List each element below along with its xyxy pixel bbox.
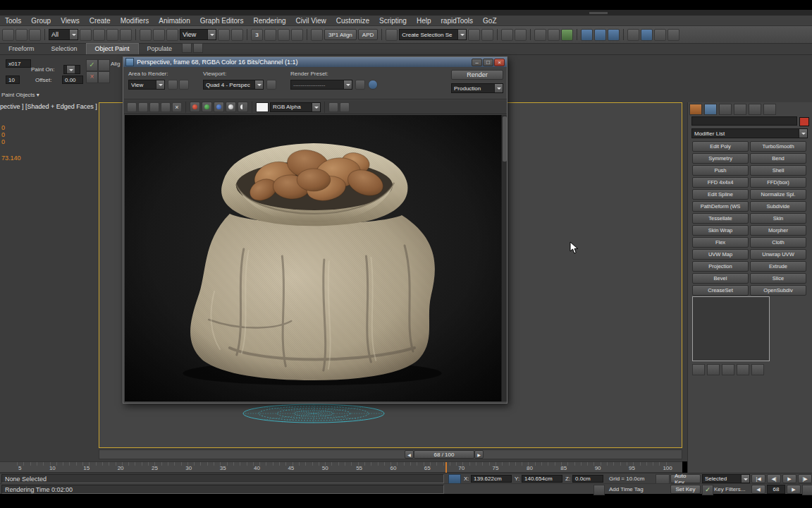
configure-modifier-icon[interactable] [751,364,764,375]
menu-item[interactable]: Help [412,16,436,26]
modifier-button[interactable]: Symmetry [692,153,749,164]
modifier-button[interactable]: Unwrap UVW [750,249,806,260]
modifier-button[interactable]: Edit Spline [692,189,749,200]
modifier-list-dropdown[interactable]: Modifier List [691,128,808,138]
minimize-icon[interactable]: – [472,59,482,66]
scissors-icon[interactable] [386,29,398,41]
close-icon[interactable]: × [494,59,505,66]
menu-item[interactable]: rapidTools [436,16,478,26]
unlink-icon[interactable] [16,29,27,41]
time-slider-handle[interactable]: 68 / 100 [414,450,474,459]
modifier-button[interactable]: Flex [692,237,749,248]
next-key-button[interactable]: ▶ [787,485,801,494]
modifier-button[interactable]: Extrude [750,261,806,272]
alpha-channel-icon[interactable] [226,102,236,112]
modifier-button[interactable]: Shell [750,165,806,176]
apd-button[interactable]: APD [358,29,378,40]
channel-display-dropdown[interactable]: RGB Alpha [270,102,321,112]
rendered-frame-window-icon[interactable] [594,29,606,41]
time-tag-icon[interactable] [593,485,605,495]
menu-item[interactable]: Views [56,16,85,26]
select-by-name-icon[interactable] [93,29,105,41]
track-bar[interactable]: 5 10 15 20 25 30 35 40 45 50 55 60 65 70… [0,461,682,473]
copy-image-icon[interactable] [138,102,148,112]
tab-create-icon[interactable] [689,104,702,115]
modifier-button[interactable]: FFD(box) [750,177,806,188]
object-color-swatch[interactable] [799,117,809,126]
image-scrollbar[interactable] [501,115,507,401]
more-tools-icon[interactable] [654,29,666,41]
window-minimize-icon[interactable] [589,12,608,14]
add-time-tag-label[interactable]: Add Time Tag [609,486,644,492]
modifier-button[interactable]: Bend [750,153,806,164]
layer-manager-icon[interactable] [501,29,513,41]
tab-selection[interactable]: Selection [43,44,86,54]
modifier-button[interactable]: UVW Map [692,249,749,260]
region-select-icon[interactable] [106,29,118,41]
time-configuration-icon[interactable] [802,485,812,495]
modifier-button[interactable]: Skin Wrap [692,225,749,236]
layers-display-icon[interactable] [328,102,338,112]
next-frame-button[interactable]: |▶ [798,474,812,483]
render-window-titlebar[interactable]: Perspective, frame 68, RGBA Color 16 Bit… [123,57,507,67]
material-editor-icon[interactable] [561,29,573,41]
render-setup-small-icon[interactable] [355,80,365,90]
environment-icon[interactable] [368,80,378,90]
tab-object-paint[interactable]: Object Paint [86,43,139,54]
menu-item[interactable]: Scripting [374,16,412,26]
key-filters-label[interactable]: Key Filters... [714,486,745,492]
tab-utilities-icon[interactable] [763,104,776,115]
ribbon-minimize-icon[interactable] [182,43,192,53]
modifier-button[interactable]: Slice [750,273,806,284]
ribbon-config-icon[interactable] [193,43,203,53]
print-image-icon[interactable] [161,102,171,112]
time-slider-track[interactable]: ◀ 68 / 100 ▶ [99,449,682,459]
mirror-icon[interactable] [468,29,480,41]
rotate-icon[interactable] [153,29,165,41]
modifier-button[interactable]: Edit Poly [692,141,749,152]
tab-motion-icon[interactable] [734,104,746,115]
menu-item[interactable]: Tools [0,16,26,26]
menu-item[interactable]: Customize [331,16,374,26]
use-pivot-icon[interactable] [218,29,230,41]
selection-filter-dropdown[interactable]: All [49,29,78,40]
area-to-render-dropdown[interactable]: View [128,80,165,90]
align-icon[interactable] [481,29,493,41]
z-coordinate-field[interactable]: 0.0cm [572,475,603,483]
scale-icon[interactable] [166,29,178,41]
modifier-button[interactable]: PathDeform (WS [692,201,749,212]
align-3p1-button[interactable]: 3P1 Align [324,29,357,40]
isolate-selection-icon[interactable] [627,29,639,41]
window-crossing-icon[interactable] [120,29,132,41]
tab-display-icon[interactable] [749,104,761,115]
angle-snap-icon[interactable] [264,29,276,41]
scrollbar-thumb[interactable] [503,116,507,162]
bind-spacewarp-icon[interactable] [29,29,41,41]
modifier-button[interactable]: Push [692,165,749,176]
paint-objects-rollout[interactable]: Paint Objects ▾ [1,92,39,98]
key-mode-dropdown[interactable]: Selected [702,474,750,483]
menu-item[interactable]: Graph Editors [195,16,249,26]
color-swatch[interactable] [256,102,269,112]
modifier-button[interactable]: Skin [750,213,806,224]
next-frame-arrow[interactable]: ▶ [474,450,484,459]
monochrome-icon[interactable] [238,102,248,112]
maximize-icon[interactable]: □ [483,59,493,66]
blue-channel-icon[interactable] [214,102,224,112]
move-icon[interactable] [140,29,152,41]
edit-region-icon[interactable] [179,80,189,90]
prev-frame-arrow[interactable]: ◀ [405,450,414,459]
schematic-view-icon[interactable] [548,29,560,41]
menu-item[interactable]: GoZ [478,16,501,26]
pin-stack-icon[interactable] [692,364,705,375]
previous-frame-button[interactable]: ◀| [767,474,781,483]
tab-modify-icon[interactable] [704,104,717,115]
object-name-field[interactable]: x017 [6,59,31,68]
graphite-ribbon-icon[interactable] [515,29,527,41]
previous-key-button[interactable]: ◀ [751,485,765,494]
go-to-start-button[interactable]: |◀ [751,474,765,483]
select-manipulate-icon[interactable] [231,29,243,41]
modifier-button[interactable]: OpenSubdiv [750,285,806,296]
auto-key-button[interactable]: Auto Key [670,474,701,483]
paint-cancel-icon[interactable]: × [86,71,98,83]
